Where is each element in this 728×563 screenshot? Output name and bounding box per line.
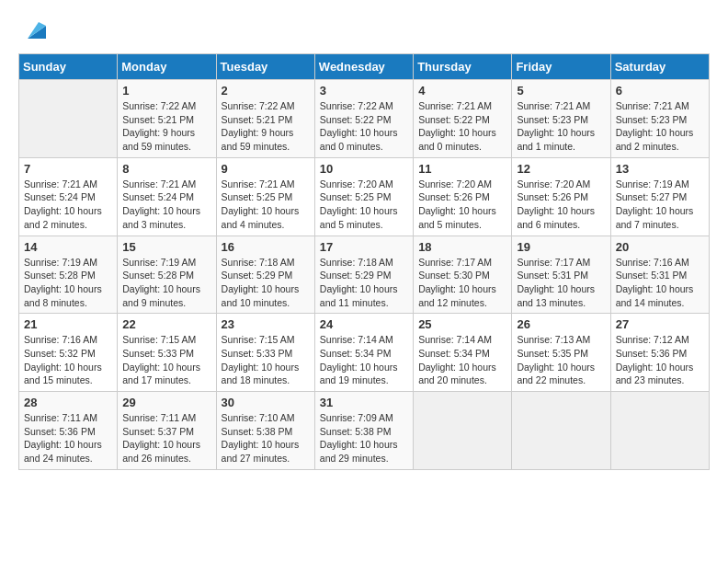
day-info: Sunrise: 7:17 AM Sunset: 5:31 PM Dayligh… <box>517 256 605 310</box>
day-info: Sunrise: 7:09 AM Sunset: 5:38 PM Dayligh… <box>320 411 408 465</box>
day-info: Sunrise: 7:20 AM Sunset: 5:25 PM Dayligh… <box>320 178 408 232</box>
header-cell-thursday: Thursday <box>414 54 512 80</box>
day-number: 2 <box>222 84 310 98</box>
calendar-week-5: 28Sunrise: 7:11 AM Sunset: 5:36 PM Dayli… <box>19 392 710 470</box>
calendar-cell: 1Sunrise: 7:22 AM Sunset: 5:21 PM Daylig… <box>118 80 216 158</box>
page-header <box>18 18 710 44</box>
header-cell-wednesday: Wednesday <box>314 54 413 80</box>
day-number: 7 <box>24 162 112 176</box>
day-info: Sunrise: 7:16 AM Sunset: 5:32 PM Dayligh… <box>24 333 112 387</box>
calendar-cell: 15Sunrise: 7:19 AM Sunset: 5:28 PM Dayli… <box>118 236 216 314</box>
day-number: 8 <box>122 162 210 176</box>
calendar-cell <box>610 392 709 470</box>
day-info: Sunrise: 7:22 AM Sunset: 5:22 PM Dayligh… <box>320 99 408 154</box>
day-number: 6 <box>616 84 704 98</box>
calendar-cell: 23Sunrise: 7:15 AM Sunset: 5:33 PM Dayli… <box>216 314 314 392</box>
day-info: Sunrise: 7:19 AM Sunset: 5:28 PM Dayligh… <box>24 256 112 310</box>
calendar-cell: 28Sunrise: 7:11 AM Sunset: 5:36 PM Dayli… <box>19 392 118 470</box>
day-info: Sunrise: 7:11 AM Sunset: 5:36 PM Dayligh… <box>24 411 112 465</box>
day-number: 25 <box>418 317 506 331</box>
day-info: Sunrise: 7:11 AM Sunset: 5:37 PM Dayligh… <box>122 411 210 465</box>
day-info: Sunrise: 7:15 AM Sunset: 5:33 PM Dayligh… <box>222 333 310 387</box>
calendar-cell: 27Sunrise: 7:12 AM Sunset: 5:36 PM Dayli… <box>610 314 709 392</box>
day-number: 1 <box>122 84 210 98</box>
day-info: Sunrise: 7:14 AM Sunset: 5:34 PM Dayligh… <box>320 333 408 387</box>
logo <box>18 18 46 44</box>
calendar-cell: 3Sunrise: 7:22 AM Sunset: 5:22 PM Daylig… <box>314 80 413 158</box>
day-info: Sunrise: 7:22 AM Sunset: 5:21 PM Dayligh… <box>222 99 310 154</box>
calendar-cell: 8Sunrise: 7:21 AM Sunset: 5:24 PM Daylig… <box>118 157 216 236</box>
day-info: Sunrise: 7:18 AM Sunset: 5:29 PM Dayligh… <box>222 256 310 310</box>
day-number: 23 <box>222 317 310 331</box>
header-cell-saturday: Saturday <box>610 54 709 80</box>
day-number: 29 <box>122 396 210 409</box>
day-number: 22 <box>122 317 210 331</box>
day-info: Sunrise: 7:21 AM Sunset: 5:25 PM Dayligh… <box>222 178 310 232</box>
calendar-cell: 13Sunrise: 7:19 AM Sunset: 5:27 PM Dayli… <box>610 157 709 236</box>
day-info: Sunrise: 7:14 AM Sunset: 5:34 PM Dayligh… <box>418 333 506 387</box>
calendar-week-1: 1Sunrise: 7:22 AM Sunset: 5:21 PM Daylig… <box>19 80 710 158</box>
calendar-cell: 24Sunrise: 7:14 AM Sunset: 5:34 PM Dayli… <box>314 314 413 392</box>
day-info: Sunrise: 7:22 AM Sunset: 5:21 PM Dayligh… <box>122 99 210 154</box>
day-number: 5 <box>517 84 605 98</box>
day-info: Sunrise: 7:21 AM Sunset: 5:24 PM Dayligh… <box>24 178 112 232</box>
day-info: Sunrise: 7:13 AM Sunset: 5:35 PM Dayligh… <box>517 333 605 387</box>
calendar-week-3: 14Sunrise: 7:19 AM Sunset: 5:28 PM Dayli… <box>19 236 710 314</box>
day-number: 16 <box>222 240 310 254</box>
calendar-cell: 22Sunrise: 7:15 AM Sunset: 5:33 PM Dayli… <box>118 314 216 392</box>
calendar-cell: 31Sunrise: 7:09 AM Sunset: 5:38 PM Dayli… <box>314 392 413 470</box>
day-info: Sunrise: 7:21 AM Sunset: 5:24 PM Dayligh… <box>122 178 210 232</box>
calendar-cell: 12Sunrise: 7:20 AM Sunset: 5:26 PM Dayli… <box>512 157 610 236</box>
day-number: 12 <box>517 162 605 176</box>
day-number: 26 <box>517 317 605 331</box>
calendar-cell <box>512 392 610 470</box>
day-number: 10 <box>320 162 408 176</box>
header-cell-monday: Monday <box>118 54 216 80</box>
calendar-cell <box>19 80 118 158</box>
day-info: Sunrise: 7:15 AM Sunset: 5:33 PM Dayligh… <box>122 333 210 387</box>
day-info: Sunrise: 7:21 AM Sunset: 5:22 PM Dayligh… <box>418 99 506 154</box>
day-number: 13 <box>616 162 704 176</box>
day-info: Sunrise: 7:10 AM Sunset: 5:38 PM Dayligh… <box>222 411 310 465</box>
day-number: 15 <box>122 240 210 254</box>
calendar-cell: 5Sunrise: 7:21 AM Sunset: 5:23 PM Daylig… <box>512 80 610 158</box>
calendar-cell: 14Sunrise: 7:19 AM Sunset: 5:28 PM Dayli… <box>19 236 118 314</box>
calendar-cell: 29Sunrise: 7:11 AM Sunset: 5:37 PM Dayli… <box>118 392 216 470</box>
calendar-cell: 25Sunrise: 7:14 AM Sunset: 5:34 PM Dayli… <box>414 314 512 392</box>
day-number: 14 <box>24 240 112 254</box>
day-info: Sunrise: 7:20 AM Sunset: 5:26 PM Dayligh… <box>418 178 506 232</box>
calendar-cell: 2Sunrise: 7:22 AM Sunset: 5:21 PM Daylig… <box>216 80 314 158</box>
day-number: 31 <box>320 396 408 409</box>
calendar-cell: 21Sunrise: 7:16 AM Sunset: 5:32 PM Dayli… <box>19 314 118 392</box>
calendar-week-4: 21Sunrise: 7:16 AM Sunset: 5:32 PM Dayli… <box>19 314 710 392</box>
calendar-table: SundayMondayTuesdayWednesdayThursdayFrid… <box>18 53 710 470</box>
header-cell-friday: Friday <box>512 54 610 80</box>
calendar-cell: 20Sunrise: 7:16 AM Sunset: 5:31 PM Dayli… <box>610 236 709 314</box>
day-number: 27 <box>616 317 704 331</box>
day-info: Sunrise: 7:19 AM Sunset: 5:28 PM Dayligh… <box>122 256 210 310</box>
day-number: 17 <box>320 240 408 254</box>
day-number: 4 <box>418 84 506 98</box>
day-number: 30 <box>222 396 310 409</box>
calendar-cell: 9Sunrise: 7:21 AM Sunset: 5:25 PM Daylig… <box>216 157 314 236</box>
day-number: 21 <box>24 317 112 331</box>
day-info: Sunrise: 7:21 AM Sunset: 5:23 PM Dayligh… <box>517 99 605 154</box>
calendar-cell: 11Sunrise: 7:20 AM Sunset: 5:26 PM Dayli… <box>414 157 512 236</box>
calendar-body: 1Sunrise: 7:22 AM Sunset: 5:21 PM Daylig… <box>19 80 710 470</box>
header-cell-sunday: Sunday <box>19 54 118 80</box>
calendar-cell: 16Sunrise: 7:18 AM Sunset: 5:29 PM Dayli… <box>216 236 314 314</box>
calendar-week-2: 7Sunrise: 7:21 AM Sunset: 5:24 PM Daylig… <box>19 157 710 236</box>
calendar-cell: 4Sunrise: 7:21 AM Sunset: 5:22 PM Daylig… <box>414 80 512 158</box>
calendar-cell: 26Sunrise: 7:13 AM Sunset: 5:35 PM Dayli… <box>512 314 610 392</box>
calendar-cell: 19Sunrise: 7:17 AM Sunset: 5:31 PM Dayli… <box>512 236 610 314</box>
day-info: Sunrise: 7:16 AM Sunset: 5:31 PM Dayligh… <box>616 256 704 310</box>
day-info: Sunrise: 7:19 AM Sunset: 5:27 PM Dayligh… <box>616 178 704 232</box>
calendar-cell: 10Sunrise: 7:20 AM Sunset: 5:25 PM Dayli… <box>314 157 413 236</box>
day-number: 18 <box>418 240 506 254</box>
calendar-cell: 18Sunrise: 7:17 AM Sunset: 5:30 PM Dayli… <box>414 236 512 314</box>
logo-icon <box>20 18 46 44</box>
day-info: Sunrise: 7:12 AM Sunset: 5:36 PM Dayligh… <box>616 333 704 387</box>
calendar-header-row: SundayMondayTuesdayWednesdayThursdayFrid… <box>19 54 710 80</box>
day-info: Sunrise: 7:20 AM Sunset: 5:26 PM Dayligh… <box>517 178 605 232</box>
calendar-cell: 30Sunrise: 7:10 AM Sunset: 5:38 PM Dayli… <box>216 392 314 470</box>
